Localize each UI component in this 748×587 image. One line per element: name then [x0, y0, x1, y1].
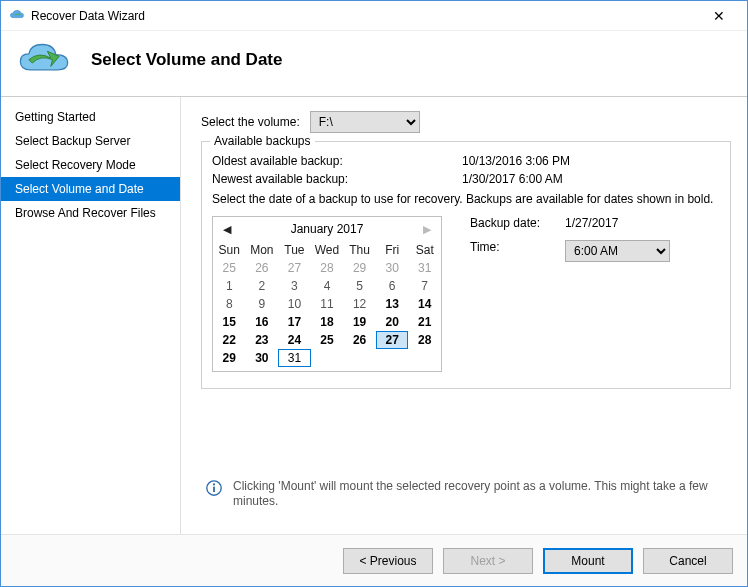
- calendar-day[interactable]: 18: [311, 313, 344, 331]
- mount-button[interactable]: Mount: [543, 548, 633, 574]
- calendar-day[interactable]: 26: [246, 259, 279, 277]
- calendar-day[interactable]: 19: [343, 313, 376, 331]
- backup-date-value: 1/27/2017: [565, 216, 618, 230]
- newest-backup-label: Newest available backup:: [212, 172, 462, 186]
- calendar-dow: Wed: [311, 241, 344, 259]
- previous-button[interactable]: < Previous: [343, 548, 433, 574]
- calendar-day[interactable]: 30: [376, 259, 409, 277]
- calendar-day[interactable]: 31: [408, 259, 441, 277]
- instruction-text: Select the date of a backup to use for r…: [212, 192, 718, 206]
- calendar-day[interactable]: 9: [246, 295, 279, 313]
- calendar-day[interactable]: 31: [278, 349, 311, 367]
- available-backups-group: Available backups Oldest available backu…: [201, 141, 731, 389]
- calendar-day[interactable]: 21: [408, 313, 441, 331]
- nav-item-4[interactable]: Browse And Recover Files: [1, 201, 180, 225]
- calendar-day[interactable]: 14: [408, 295, 441, 313]
- cancel-button[interactable]: Cancel: [643, 548, 733, 574]
- calendar-day[interactable]: 2: [246, 277, 279, 295]
- calendar-day[interactable]: 6: [376, 277, 409, 295]
- header: Select Volume and Date: [1, 31, 747, 96]
- svg-rect-2: [213, 486, 215, 491]
- svg-point-1: [213, 483, 215, 485]
- calendar-day[interactable]: 27: [278, 259, 311, 277]
- calendar-day[interactable]: 24: [278, 331, 311, 349]
- calendar-day[interactable]: 7: [408, 277, 441, 295]
- date-time-panel: Backup date: 1/27/2017 Time: 6:00 AM: [470, 216, 718, 272]
- calendar-dow: Thu: [343, 241, 376, 259]
- calendar-day[interactable]: 10: [278, 295, 311, 313]
- calendar-dow: Fri: [376, 241, 409, 259]
- nav-item-2[interactable]: Select Recovery Mode: [1, 153, 180, 177]
- calendar-day[interactable]: 25: [311, 331, 344, 349]
- calendar-day[interactable]: 29: [213, 349, 246, 367]
- calendar-dow: Mon: [246, 241, 279, 259]
- nav-item-3[interactable]: Select Volume and Date: [1, 177, 180, 201]
- select-volume-label: Select the volume:: [201, 115, 300, 129]
- calendar-dow: Sun: [213, 241, 246, 259]
- info-bar: Clicking 'Mount' will mount the selected…: [201, 471, 731, 524]
- window: Recover Data Wizard ✕ Select Volume and …: [0, 0, 748, 587]
- info-icon: [205, 479, 223, 497]
- next-button[interactable]: Next >: [443, 548, 533, 574]
- main-panel: Select the volume: F:\ Available backups…: [181, 97, 747, 534]
- calendar-day[interactable]: 15: [213, 313, 246, 331]
- page-title: Select Volume and Date: [91, 50, 282, 70]
- close-icon: ✕: [713, 8, 725, 24]
- calendar-month-label: January 2017: [291, 222, 364, 236]
- calendar-day[interactable]: 26: [343, 331, 376, 349]
- oldest-backup-label: Oldest available backup:: [212, 154, 462, 168]
- calendar-day[interactable]: 11: [311, 295, 344, 313]
- nav-item-0[interactable]: Getting Started: [1, 105, 180, 129]
- nav-item-1[interactable]: Select Backup Server: [1, 129, 180, 153]
- calendar-day[interactable]: 28: [311, 259, 344, 277]
- window-title: Recover Data Wizard: [31, 9, 699, 23]
- calendar-day[interactable]: 17: [278, 313, 311, 331]
- calendar-dow: Tue: [278, 241, 311, 259]
- calendar-day[interactable]: 20: [376, 313, 409, 331]
- calendar-day[interactable]: 5: [343, 277, 376, 295]
- calendar-prev-icon[interactable]: ◀: [217, 217, 237, 241]
- backup-date-label: Backup date:: [470, 216, 565, 230]
- calendar: ◀ January 2017 ▶ SunMonTueWedThuFriSat 2…: [212, 216, 442, 372]
- calendar-day[interactable]: 13: [376, 295, 409, 313]
- button-bar: < Previous Next > Mount Cancel: [1, 534, 747, 586]
- calendar-day[interactable]: 23: [246, 331, 279, 349]
- oldest-backup-value: 10/13/2016 3:06 PM: [462, 154, 570, 168]
- calendar-day[interactable]: 16: [246, 313, 279, 331]
- calendar-next-icon[interactable]: ▶: [417, 217, 437, 241]
- close-button[interactable]: ✕: [699, 2, 739, 30]
- calendar-day[interactable]: 29: [343, 259, 376, 277]
- titlebar: Recover Data Wizard ✕: [1, 1, 747, 31]
- time-select[interactable]: 6:00 AM: [565, 240, 670, 262]
- cloud-arrow-icon: [17, 41, 71, 78]
- cloud-icon: [9, 8, 25, 24]
- group-legend: Available backups: [210, 134, 315, 148]
- time-label: Time:: [470, 240, 565, 262]
- calendar-day[interactable]: 1: [213, 277, 246, 295]
- calendar-dow: Sat: [408, 241, 441, 259]
- calendar-day[interactable]: 3: [278, 277, 311, 295]
- newest-backup-value: 1/30/2017 6:00 AM: [462, 172, 563, 186]
- volume-select[interactable]: F:\: [310, 111, 420, 133]
- calendar-day[interactable]: 30: [246, 349, 279, 367]
- wizard-nav: Getting StartedSelect Backup ServerSelec…: [1, 97, 181, 534]
- calendar-day[interactable]: 25: [213, 259, 246, 277]
- calendar-day[interactable]: 12: [343, 295, 376, 313]
- calendar-day[interactable]: 4: [311, 277, 344, 295]
- calendar-day[interactable]: 8: [213, 295, 246, 313]
- calendar-day[interactable]: 28: [408, 331, 441, 349]
- calendar-day[interactable]: 22: [213, 331, 246, 349]
- info-text: Clicking 'Mount' will mount the selected…: [233, 479, 727, 510]
- calendar-day[interactable]: 27: [376, 331, 409, 349]
- content-area: Getting StartedSelect Backup ServerSelec…: [1, 96, 747, 534]
